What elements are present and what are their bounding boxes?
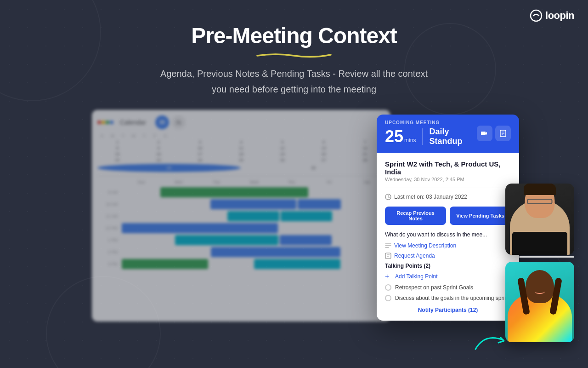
time-number: 25: [385, 128, 403, 145]
main-content: Pre-Meeting Context Agenda, Previous Not…: [0, 0, 588, 331]
meeting-card-body: Sprint W2 with Tech, & Product US, India…: [377, 153, 519, 321]
view-description-row[interactable]: View Meeting Description: [385, 242, 511, 249]
plus-icon: +: [385, 273, 392, 280]
last-met-row: Last met on: 03 January 2022: [385, 194, 511, 200]
subtitle-line1: Agenda, Previous Notes & Pending Tasks -…: [160, 67, 428, 80]
arrow-icon: [471, 331, 508, 354]
discuss-label: What do you want to discuss in the mee..…: [385, 231, 511, 238]
agenda-icon: [385, 253, 391, 259]
talking-point-2: Discuss about the goals in the upcoming …: [385, 294, 511, 302]
view-description-text: View Meeting Description: [394, 242, 456, 249]
video-icon: [481, 130, 488, 137]
notes-icon: [499, 130, 507, 137]
request-agenda-row[interactable]: Request Agenda: [385, 253, 511, 259]
last-met-text: Last met on: 03 January 2022: [394, 194, 467, 200]
upcoming-time-row: 25 mins Daily Standup: [385, 127, 471, 146]
video-call-button[interactable]: [477, 126, 492, 141]
svg-point-0: [531, 10, 542, 21]
arrow-decoration: [471, 331, 508, 356]
person-2-smile: [535, 289, 545, 294]
person-2-head: [526, 270, 554, 303]
person-1-glasses: [527, 199, 553, 204]
logo: loopin: [530, 9, 574, 22]
logo-text: loopin: [545, 10, 574, 22]
request-agenda-text: Request Agenda: [394, 253, 435, 259]
notes-button[interactable]: [495, 126, 511, 141]
person-1-shirt: [512, 232, 567, 255]
avatar-person-2: [505, 262, 574, 342]
action-buttons: Recap Previous Notes View Pending Tasks: [385, 207, 511, 225]
add-talking-point-row[interactable]: + Add Talking Point: [385, 273, 511, 280]
card-divider-1: [385, 188, 511, 188]
upcoming-meeting-card: UPCOMING MEETING 25 mins Daily Standup: [377, 115, 519, 321]
meeting-date: Wednesday, 30 Nov 2022, 2:45 PM: [385, 177, 511, 182]
talking-point-1: Retrospect on past Sprint Goals: [385, 284, 511, 292]
recap-notes-button[interactable]: Recap Previous Notes: [385, 207, 446, 225]
clock-icon: [385, 194, 391, 200]
title-underline: [253, 52, 335, 58]
calendar-mock: Calendar 30 31 S M T W T F S 1234567: [92, 110, 390, 322]
person-1-bg: [505, 184, 574, 255]
radio-circle-1: [385, 284, 391, 291]
upcoming-meeting-header: UPCOMING MEETING 25 mins Daily Standup: [377, 115, 519, 153]
content-area: Calendar 30 31 S M T W T F S 1234567: [0, 110, 588, 331]
svg-rect-9: [385, 253, 391, 259]
person-2-bg: [505, 262, 574, 342]
notify-participants-button[interactable]: Notify Participants (12): [385, 307, 511, 313]
meeting-action-icons: [477, 126, 511, 141]
tp-text-2: Discuss about the goals in the upcoming …: [395, 294, 509, 302]
add-tp-text: Add Talking Point: [395, 273, 438, 280]
radio-circle-2: [385, 295, 391, 301]
header-section: Pre-Meeting Context Agenda, Previous Not…: [160, 23, 428, 96]
calendar-background: Calendar 30 31 S M T W T F S 1234567: [92, 110, 390, 322]
view-tasks-button[interactable]: View Pending Tasks: [450, 207, 511, 225]
logo-icon: [530, 9, 543, 22]
time-display: 25 mins: [385, 128, 416, 145]
time-unit: mins: [404, 137, 416, 144]
page-title: Pre-Meeting Context: [160, 23, 428, 48]
talking-points-label: Talking Points (2): [385, 263, 511, 269]
time-divider: [422, 128, 423, 145]
tp-text-1: Retrospect on past Sprint Goals: [395, 284, 473, 292]
upcoming-meeting-info: UPCOMING MEETING 25 mins Daily Standup: [385, 120, 471, 146]
meeting-title: Sprint W2 with Tech, & Product US, India: [385, 160, 511, 176]
person-1-silhouette: [505, 184, 574, 255]
person-1-hair: [524, 184, 556, 195]
avatar-person-1: [505, 184, 574, 255]
person-2-silhouette: [505, 262, 574, 342]
menu-lines-icon: [385, 242, 391, 249]
upcoming-label: UPCOMING MEETING: [385, 120, 471, 125]
meeting-name-header: Daily Standup: [429, 127, 471, 146]
subtitle-line2: you need before getting into the meeting: [160, 82, 428, 96]
separator-line: [519, 256, 574, 258]
